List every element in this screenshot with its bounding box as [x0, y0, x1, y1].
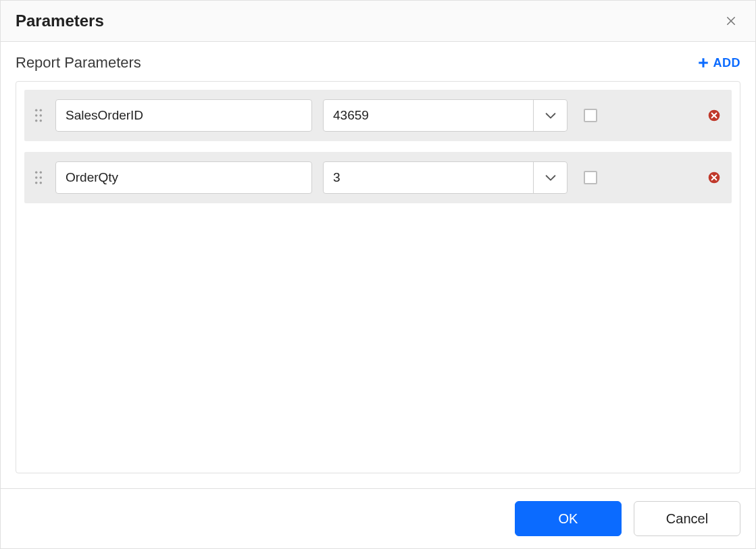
parameter-value-dropdown-toggle[interactable]: [533, 100, 567, 131]
svg-point-8: [35, 120, 38, 122]
drag-icon: [34, 170, 43, 185]
dialog-header: Parameters: [1, 1, 755, 42]
parameter-value-input[interactable]: [324, 100, 533, 131]
chevron-down-icon: [543, 108, 558, 123]
section-title: Report Parameters: [16, 54, 141, 72]
parameters-list: [16, 81, 740, 473]
parameter-value-dropdown-toggle[interactable]: [533, 162, 567, 193]
delete-icon: [707, 171, 721, 184]
chevron-down-icon: [543, 170, 558, 185]
dialog-footer: OK Cancel: [1, 488, 755, 548]
parameter-checkbox-wrap: [584, 109, 597, 122]
parameter-row: [24, 152, 732, 203]
section-header: Report Parameters ADD: [16, 54, 740, 72]
parameter-value-combo: [323, 161, 568, 194]
parameter-value-combo: [323, 99, 568, 132]
close-button[interactable]: [722, 11, 740, 30]
add-parameter-label: ADD: [713, 56, 741, 70]
delete-parameter-button[interactable]: [706, 107, 722, 124]
svg-point-4: [35, 109, 38, 112]
plus-icon: [697, 57, 709, 69]
drag-handle[interactable]: [32, 107, 45, 124]
parameter-name-input[interactable]: [55, 161, 312, 194]
svg-point-9: [40, 120, 43, 122]
close-icon: [725, 15, 737, 27]
cancel-button[interactable]: Cancel: [634, 501, 740, 536]
svg-point-18: [40, 182, 43, 184]
drag-handle[interactable]: [32, 169, 45, 186]
svg-point-14: [40, 172, 43, 174]
add-parameter-button[interactable]: ADD: [697, 56, 741, 70]
svg-point-6: [35, 114, 38, 117]
delete-parameter-button[interactable]: [706, 169, 722, 186]
parameter-row: [24, 90, 732, 141]
delete-icon: [707, 109, 721, 122]
parameters-dialog: Parameters Report Parameters ADD: [0, 0, 756, 549]
dialog-title: Parameters: [16, 11, 104, 30]
parameter-checkbox-wrap: [584, 171, 597, 184]
drag-icon: [34, 108, 43, 123]
parameter-checkbox[interactable]: [584, 109, 597, 122]
svg-rect-3: [699, 62, 708, 64]
dialog-body: Report Parameters ADD: [1, 42, 755, 488]
svg-point-7: [40, 114, 43, 117]
svg-point-5: [40, 109, 43, 112]
svg-point-17: [35, 182, 38, 184]
svg-point-15: [35, 176, 38, 179]
svg-point-13: [35, 172, 38, 174]
ok-button[interactable]: OK: [515, 501, 622, 536]
parameter-value-input[interactable]: [324, 162, 533, 193]
parameter-name-input[interactable]: [55, 99, 312, 132]
parameter-checkbox[interactable]: [584, 171, 597, 184]
svg-point-16: [40, 176, 43, 179]
